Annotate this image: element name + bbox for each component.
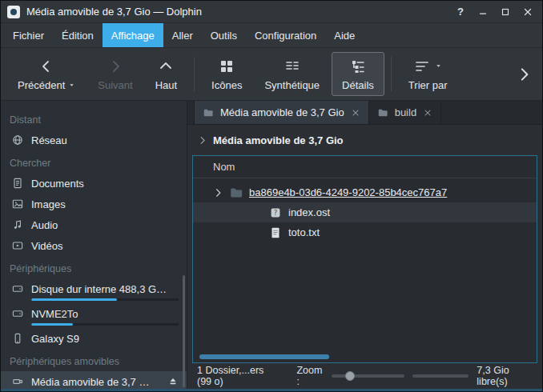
chevron-left-icon bbox=[38, 58, 54, 75]
back-label: Précédent bbox=[18, 79, 65, 91]
toolbar-overflow-button[interactable] bbox=[512, 52, 536, 96]
usb-drive-icon bbox=[11, 375, 24, 388]
tab-build[interactable]: build bbox=[369, 101, 441, 124]
tab-bar: Média amovible de 3,7 Gio build bbox=[187, 101, 542, 125]
file-view: Nom ba869e4b-03d6-4249-9202-85b4cec767a7… bbox=[192, 155, 537, 363]
compact-view-button[interactable]: Synthétique bbox=[254, 52, 330, 96]
folder-icon bbox=[377, 107, 388, 118]
document-icon bbox=[11, 177, 24, 190]
menu-affichage[interactable]: Affichage bbox=[103, 23, 163, 47]
up-label: Haut bbox=[155, 79, 177, 91]
sidebar-item-label: Réseau bbox=[31, 134, 67, 146]
sidebar-scrollbar[interactable] bbox=[183, 275, 185, 387]
menu-fichier[interactable]: Fichier bbox=[4, 23, 53, 47]
menu-aller[interactable]: Aller bbox=[163, 23, 202, 47]
section-header-distant: Distant bbox=[1, 107, 187, 130]
free-space-label: 7,3 Gio libre(s) bbox=[477, 365, 534, 387]
icons-view-button[interactable]: Icônes bbox=[201, 52, 252, 96]
icons-view-label: Icônes bbox=[211, 79, 242, 91]
close-button[interactable] bbox=[520, 4, 536, 20]
close-icon bbox=[522, 6, 533, 18]
file-row-folder[interactable]: ba869e4b-03d6-4249-9202-85b4cec767a7 bbox=[193, 182, 537, 202]
details-view-button[interactable]: Détails bbox=[332, 52, 384, 96]
sidebar-item-galaxy-s9[interactable]: Galaxy S9 bbox=[1, 328, 187, 349]
forward-label: Suivant bbox=[98, 79, 132, 91]
column-header-nom[interactable]: Nom bbox=[193, 156, 537, 178]
back-button[interactable]: Précédent bbox=[7, 52, 86, 96]
details-view-label: Détails bbox=[342, 79, 374, 91]
phone-icon bbox=[11, 332, 24, 345]
expand-chevron-icon[interactable] bbox=[212, 187, 223, 198]
window-bottom-edge bbox=[1, 389, 542, 391]
eject-icon[interactable] bbox=[167, 376, 179, 387]
sidebar-item-audio[interactable]: Audio bbox=[1, 214, 187, 235]
file-row-toto-txt[interactable]: toto.txt bbox=[193, 222, 537, 242]
help-button[interactable]: ? bbox=[452, 4, 469, 20]
app-icon[interactable] bbox=[7, 6, 20, 18]
forward-button[interactable]: Suivant bbox=[87, 52, 143, 96]
sidebar-item-label: Images bbox=[31, 198, 66, 210]
zoom-slider[interactable] bbox=[332, 370, 404, 382]
sidebar-item-videos[interactable]: Vidéos bbox=[1, 235, 187, 256]
tab-media-amovible[interactable]: Média amovible de 3,7 Gio bbox=[194, 101, 369, 124]
sidebar-item-documents[interactable]: Documents bbox=[1, 173, 187, 194]
sidebar-item-nvme2to[interactable]: NVME2To bbox=[1, 303, 187, 328]
menubar: Fichier Édition Affichage Aller Outils C… bbox=[1, 23, 542, 48]
maximize-button[interactable] bbox=[497, 4, 513, 20]
details-view-icon bbox=[350, 58, 366, 75]
network-icon bbox=[11, 134, 24, 146]
zoom-label: Zoom : bbox=[296, 365, 324, 387]
up-button[interactable]: Haut bbox=[145, 52, 187, 96]
dolphin-window: Média amovible de 3,7 Gio — Dolphin ? Fi… bbox=[0, 0, 543, 392]
sidebar-item-label: NVME2To bbox=[31, 308, 78, 320]
icons-view-icon bbox=[219, 58, 235, 75]
compact-view-icon bbox=[284, 58, 300, 75]
sidebar-item-label: Audio bbox=[31, 219, 58, 231]
menu-edition[interactable]: Édition bbox=[53, 23, 103, 47]
zoom-slider-track bbox=[332, 374, 404, 378]
tab-close-icon[interactable] bbox=[351, 108, 360, 118]
sidebar-item-disque-dur-interne[interactable]: Disque dur interne 488,3 G… bbox=[1, 278, 187, 303]
menu-configuration[interactable]: Configuration bbox=[246, 23, 325, 47]
video-icon bbox=[11, 239, 24, 252]
sidebar-item-reseau[interactable]: Réseau bbox=[1, 130, 187, 150]
menu-outils[interactable]: Outils bbox=[202, 23, 246, 47]
file-name: toto.txt bbox=[288, 226, 320, 238]
image-icon bbox=[11, 198, 24, 210]
section-header-peripheriques: Périphériques bbox=[1, 256, 187, 278]
maximize-icon bbox=[500, 6, 511, 18]
sidebar-item-label: Média amovible de 3,7 … bbox=[31, 376, 149, 388]
status-info: 1 Dossier,...ers (99 o) bbox=[197, 365, 280, 387]
menu-aide[interactable]: Aide bbox=[325, 23, 364, 47]
sidebar-item-images[interactable]: Images bbox=[1, 194, 187, 214]
window-title: Média amovible de 3,7 Gio — Dolphin bbox=[26, 6, 202, 18]
window-body: Distant Réseau Chercher Documents Images… bbox=[1, 101, 542, 389]
sort-by-label: Trier par bbox=[408, 79, 448, 91]
main-area: Média amovible de 3,7 Gio build Média am… bbox=[187, 101, 542, 389]
sort-by-button[interactable]: Trier par bbox=[398, 52, 458, 96]
toolbar-separator bbox=[391, 57, 392, 91]
file-rows: ba869e4b-03d6-4249-9202-85b4cec767a7 ind… bbox=[193, 178, 537, 242]
harddrive-icon bbox=[11, 282, 24, 295]
chevron-right-icon bbox=[515, 66, 533, 83]
horizontal-scrollbar[interactable] bbox=[199, 354, 329, 359]
zoom-slider-handle[interactable] bbox=[345, 371, 355, 381]
minimize-button[interactable] bbox=[475, 4, 491, 20]
sidebar-item-media-amovible[interactable]: Média amovible de 3,7 … bbox=[1, 371, 187, 389]
file-name: index.ost bbox=[288, 206, 330, 218]
tab-label: build bbox=[395, 106, 416, 118]
compact-view-label: Synthétique bbox=[264, 79, 320, 91]
titlebar: Média amovible de 3,7 Gio — Dolphin ? bbox=[1, 1, 542, 23]
tab-label: Média amovible de 3,7 Gio bbox=[220, 106, 344, 118]
column-header-label: Nom bbox=[213, 161, 235, 173]
sort-icon bbox=[414, 58, 442, 75]
tab-close-icon[interactable] bbox=[423, 108, 432, 118]
breadcrumb[interactable]: Média amovible de 3,7 Gio bbox=[187, 125, 542, 155]
file-row-index-ost[interactable]: index.ost bbox=[193, 202, 537, 222]
chevron-right-icon bbox=[107, 58, 123, 75]
chevron-right-icon bbox=[197, 135, 207, 146]
breadcrumb-location[interactable]: Média amovible de 3,7 Gio bbox=[213, 134, 344, 146]
harddrive-icon bbox=[11, 307, 24, 320]
section-header-peripheriques-amovibles: Périphériques amovibles bbox=[1, 349, 187, 371]
free-space-bar bbox=[412, 374, 469, 378]
